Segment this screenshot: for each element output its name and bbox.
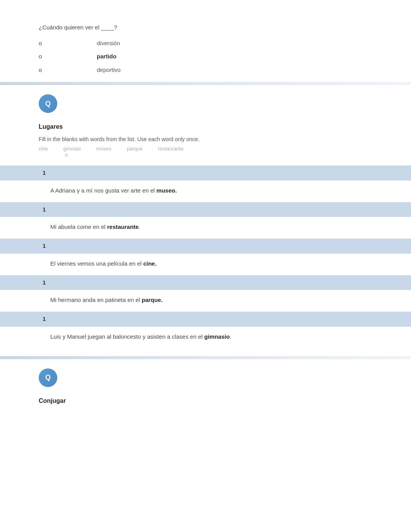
exercise-body-4: Mi hermano anda en patineta en el parque… [39, 290, 368, 312]
option-label-3: deportivo [97, 66, 121, 75]
exercise-answer-4: parque. [142, 297, 163, 303]
exercise-body-5: Luis y Manuel juegan al baloncesto y asi… [39, 327, 368, 348]
conjugar-section: Q Conjugar [39, 359, 368, 413]
exercise-text-before-3: El viernes vemos una película en el [50, 260, 143, 267]
option-row-3[interactable]: o deportivo [39, 66, 368, 75]
exercise-text-before-1: A Adriana y a mí nos gusta ver arte en e… [50, 187, 156, 194]
exercise-item-5: 1 Luis y Manuel juegan al baloncesto y a… [39, 312, 368, 348]
word-restaurante: restaurante [158, 146, 183, 158]
exercise-header-3: 1 [0, 239, 411, 254]
exercise-text-after-2: . [139, 223, 140, 230]
word-parque: parque [127, 146, 142, 158]
exercise-answer-2: restaurante [107, 223, 139, 230]
bottom-icon-label: Q [45, 372, 51, 383]
word-list: cine gimnasi o museo parque restaurante [39, 146, 368, 158]
exercise-text-before-2: Mi abuela come en el [50, 223, 107, 230]
word-gimnasio: gimnasi o [63, 146, 81, 158]
exercise-text-after-5: . [230, 333, 231, 340]
option-bullet-3: o [39, 66, 43, 75]
option-row-1[interactable]: o diversión [39, 39, 368, 48]
exercise-number-4: 1 [43, 279, 46, 286]
exercise-body-1: A Adriana y a mí nos gusta ver arte en e… [39, 181, 368, 202]
exercise-number-1: 1 [43, 169, 46, 176]
section-icon-2: Q [39, 368, 57, 387]
section-title-conjugar: Conjugar [39, 396, 368, 406]
section-icon-1: Q [39, 94, 57, 113]
word-cine: cine [39, 146, 48, 158]
word-restaurante-main: restaurante [158, 146, 183, 152]
exercise-item-1: 1 A Adriana y a mí nos gusta ver arte en… [39, 165, 368, 202]
exercise-header-2: 1 [0, 202, 411, 217]
question-text: ¿Cuándo quieren ver el ____? [39, 23, 368, 32]
exercise-header-1: 1 [0, 165, 411, 181]
word-cine-main: cine [39, 146, 48, 152]
option-bullet-2: o [39, 52, 43, 61]
page-container: ¿Cuándo quieren ver el ____? o diversión… [0, 0, 411, 437]
exercise-header-4: 1 [0, 275, 411, 290]
question-section: ¿Cuándo quieren ver el ____? o diversión… [39, 23, 368, 74]
lugares-section: Q Lugares Fill in the blanks with words … [39, 85, 368, 356]
exercise-item-4: 1 Mi hermano anda en patineta en el parq… [39, 275, 368, 312]
exercise-answer-1: museo. [156, 187, 177, 194]
exercise-number-3: 1 [43, 242, 46, 249]
exercise-number-5: 1 [43, 315, 46, 322]
section-instruction: Fill in the blanks with words from the l… [39, 135, 368, 143]
exercise-item-3: 1 El viernes vemos una película en el ci… [39, 239, 368, 275]
exercise-text-before-4: Mi hermano anda en patineta en el [50, 297, 142, 303]
separator-bar-2 [0, 356, 411, 359]
exercise-header-5: 1 [0, 312, 411, 327]
word-parque-main: parque [127, 146, 142, 152]
option-label-1: diversión [97, 39, 120, 48]
exercise-answer-3: cine. [143, 260, 156, 267]
word-gimnasio-suffix: o [65, 152, 81, 158]
exercise-number-2: 1 [43, 206, 46, 213]
exercise-body-3: El viernes vemos una película en el cine… [39, 254, 368, 275]
option-label-2: partido [97, 52, 116, 61]
section-icon-label: Q [45, 99, 51, 109]
word-gimnasio-main: gimnasi [63, 146, 81, 152]
word-museo-main: museo [96, 146, 111, 152]
exercise-answer-5: gimnasio [204, 333, 230, 340]
exercise-item-2: 1 Mi abuela come en el restaurante. [39, 202, 368, 239]
separator-bar-1 [0, 82, 411, 85]
option-row-2[interactable]: o partido [39, 52, 368, 61]
section-title-lugares: Lugares [39, 122, 368, 131]
word-museo: museo [96, 146, 111, 158]
exercise-body-2: Mi abuela come en el restaurante. [39, 217, 368, 239]
exercise-text-before-5: Luis y Manuel juegan al baloncesto y asi… [50, 333, 204, 340]
option-bullet-1: o [39, 39, 43, 48]
